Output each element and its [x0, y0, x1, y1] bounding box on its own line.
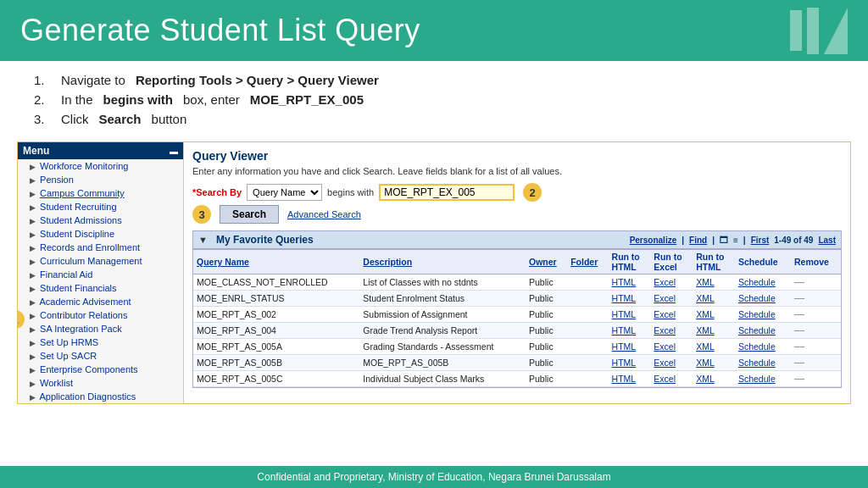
step2-pre: In the [61, 92, 93, 107]
col-folder: Folder [567, 250, 608, 274]
begins-with-label: begins with [327, 187, 374, 197]
sidebar-item-app-diag[interactable]: ▶ Application Diagnostics [18, 390, 183, 403]
cell-schedule: Schedule [735, 307, 791, 323]
cell-excel: Excel [650, 371, 693, 387]
cell-folder [567, 307, 608, 323]
cell-desc: MOE_RPT_AS_005B [359, 355, 526, 371]
cell-folder [567, 323, 608, 339]
view-icon-1: 🗖 [720, 236, 728, 245]
col-query-name: Query Name [193, 250, 359, 274]
sidebar-item-contributor[interactable]: ▶ Contributor Relations [18, 308, 183, 322]
sidebar-item-workforce[interactable]: ▶ Workforce Monitoring [18, 159, 183, 173]
sidebar-item-discipline[interactable]: ▶ Student Discipline [18, 227, 183, 241]
footer-text: Confidential and Proprietary, Ministry o… [257, 471, 610, 483]
cell-folder [567, 355, 608, 371]
col-run-excel: Run toExcel [650, 250, 693, 274]
cell-remove: — [791, 355, 841, 371]
cell-xml: XML [693, 307, 735, 323]
cell-schedule: Schedule [735, 371, 791, 387]
sidebar-item-worklist[interactable]: ▶ Worklist [18, 376, 183, 390]
col-schedule: Schedule [735, 250, 791, 274]
footer: Confidential and Proprietary, Ministry o… [0, 466, 868, 488]
sidebar-item-advisement[interactable]: ▶ Academic Advisement [18, 295, 183, 308]
cell-desc: Grading Standards - Assessment [359, 339, 526, 355]
results-header: ▼ My Favorite Queries Personalize | Find… [192, 230, 842, 249]
cell-html: HTML [609, 355, 651, 371]
search-by-select[interactable]: Query Name [247, 184, 322, 201]
advanced-search-link[interactable]: Advanced Search [287, 209, 361, 219]
cell-desc: List of Classes with no stdnts [359, 274, 526, 291]
cell-remove: — [791, 323, 841, 339]
sidebar-header: Menu ▬ [18, 142, 183, 159]
view-icon-2: ≡ [733, 236, 738, 245]
sidebar-item-sa-pack[interactable]: ▶ SA Integration Pack [18, 322, 183, 336]
sidebar-item-admissions[interactable]: ▶ Student Admissions [18, 214, 183, 227]
query-viewer-description: Enter any information you have and click… [192, 166, 842, 176]
find-link[interactable]: Find [689, 236, 707, 245]
cell-html: HTML [609, 371, 651, 387]
cell-schedule: Schedule [735, 274, 791, 291]
cell-html: HTML [609, 307, 651, 323]
sidebar-item-setup-hrms[interactable]: ▶ Set Up HRMS [18, 336, 183, 349]
search-by-label: *Search By [192, 187, 242, 197]
sidebar-item-pension[interactable]: ▶ Pension [18, 173, 183, 186]
results-header-right: Personalize | Find | 🗖 ≡ | First 1-49 of… [630, 236, 836, 245]
cell-remove: — [791, 371, 841, 387]
cell-html: HTML [609, 323, 651, 339]
step2-mid: box, enter [183, 92, 240, 107]
cell-remove: — [791, 307, 841, 323]
table-row: MOE_RPT_AS_004 Grade Trend Analysis Repo… [193, 323, 841, 339]
step2-bold2: MOE_RPT_EX_005 [250, 92, 364, 107]
cell-owner: Public [526, 355, 567, 371]
cell-query-name: MOE_ENRL_STATUS [193, 291, 359, 307]
cell-excel: Excel [650, 339, 693, 355]
cell-folder [567, 371, 608, 387]
range-text: 1-49 of 49 [774, 236, 813, 245]
last-link[interactable]: Last [818, 236, 836, 245]
page-title: Generate Student List Query [20, 13, 420, 48]
cell-folder [567, 339, 608, 355]
header-triangle [824, 8, 848, 54]
cell-xml: XML [693, 323, 735, 339]
sidebar-item-records[interactable]: ▶ Records and Enrollment [18, 241, 183, 254]
sidebar-collapse-icon[interactable]: ▬ [170, 147, 178, 156]
sidebar-item-enterprise[interactable]: ▶ Enterprise Components [18, 363, 183, 376]
cell-folder [567, 274, 608, 291]
cell-query-name: MOE_RPT_AS_005C [193, 371, 359, 387]
cell-xml: XML [693, 339, 735, 355]
instruction-3: Click Search button [34, 112, 834, 126]
sidebar-items-list: ▶ Workforce Monitoring ▶ Pension ▶ Campu… [18, 159, 183, 403]
cell-query-name: MOE_RPT_AS_004 [193, 323, 359, 339]
step2-bold1: begins with [103, 92, 174, 107]
table-row: MOE_CLASS_NOT_ENROLLED List of Classes w… [193, 274, 841, 291]
search-input[interactable] [379, 184, 515, 201]
first-link[interactable]: First [751, 236, 770, 245]
badge-3: 3 [192, 205, 211, 224]
cell-xml: XML [693, 291, 735, 307]
cell-query-name: MOE_CLASS_NOT_ENROLLED [193, 274, 359, 291]
col-remove: Remove [791, 250, 841, 274]
table-row: MOE_RPT_AS_005C Individual Subject Class… [193, 371, 841, 387]
screenshot-area: 1 Menu ▬ ▶ Workforce Monitoring ▶ Pensio… [17, 141, 851, 404]
badge-1: 1 [17, 310, 25, 329]
personalize-link[interactable]: Personalize [630, 236, 677, 245]
sidebar-item-campus[interactable]: ▶ Campus Community [18, 186, 183, 200]
sidebar-item-financials[interactable]: ▶ Student Financials [18, 281, 183, 295]
cell-xml: XML [693, 371, 735, 387]
sidebar-item-recruiting[interactable]: ▶ Student Recruiting [18, 200, 183, 214]
step1-bold: Reporting Tools > Query > Query Viewer [136, 73, 379, 87]
search-button[interactable]: Search [220, 205, 279, 224]
cell-excel: Excel [650, 323, 693, 339]
cell-excel: Excel [650, 307, 693, 323]
cell-remove: — [791, 291, 841, 307]
sidebar-item-setup-sacr[interactable]: ▶ Set Up SACR [18, 349, 183, 363]
sidebar-item-curriculum[interactable]: ▶ Curriculum Management [18, 254, 183, 268]
sidebar-item-financial-aid[interactable]: ▶ Financial Aid [18, 268, 183, 281]
cell-owner: Public [526, 274, 567, 291]
results-table: Query Name Description Owner Folder Run … [193, 250, 841, 387]
step1-text: Navigate to [61, 73, 125, 87]
cell-owner: Public [526, 323, 567, 339]
header-rect-2 [807, 8, 819, 54]
results-header-title: My Favorite Queries [216, 234, 314, 246]
instruction-2: In the begins with box, enter MOE_RPT_EX… [34, 92, 834, 107]
